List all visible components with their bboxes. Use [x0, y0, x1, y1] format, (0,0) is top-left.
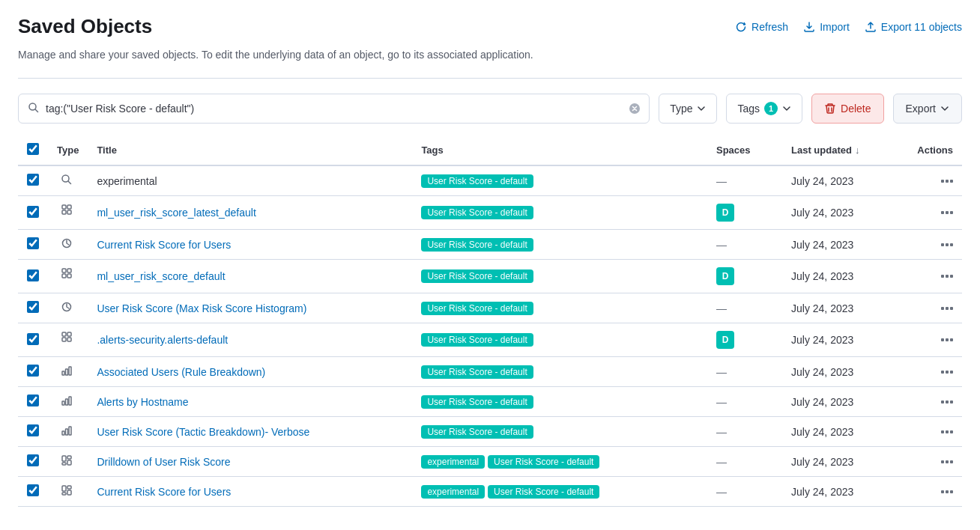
row-checkbox-cell: [18, 417, 48, 447]
svg-rect-31: [67, 486, 71, 489]
row-title-link[interactable]: Drilldown of User Risk Score: [97, 456, 230, 468]
row-title-link[interactable]: ml_user_risk_score_latest_default: [97, 207, 255, 219]
row-spaces: —: [707, 230, 782, 260]
table-row: Drilldown of User Risk Scoreexperimental…: [18, 447, 962, 477]
row-actions-button[interactable]: [911, 430, 953, 433]
row-type-icon: [48, 447, 85, 474]
delete-button[interactable]: Delete: [811, 94, 883, 124]
row-checkbox[interactable]: [27, 301, 39, 313]
row-title-link[interactable]: Alerts by Hostname: [97, 396, 188, 408]
row-tags: experimentalUser Risk Score - default: [412, 477, 707, 507]
row-title: Alerts by Hostname: [88, 387, 412, 417]
table-row: User Risk Score (Max Risk Score Histogra…: [18, 293, 962, 323]
svg-rect-10: [62, 274, 66, 278]
export-all-button[interactable]: Export 11 objects: [865, 21, 962, 33]
row-type-icon: [48, 166, 85, 193]
select-all-checkbox[interactable]: [27, 143, 39, 155]
row-checkbox[interactable]: [27, 484, 39, 496]
row-last-updated: July 24, 2023: [782, 417, 902, 447]
row-title: ml_user_risk_score_latest_default: [88, 196, 412, 230]
svg-rect-20: [62, 401, 64, 405]
row-title-link[interactable]: User Risk Score (Max Risk Score Histogra…: [97, 302, 306, 314]
import-button[interactable]: Import: [803, 21, 850, 33]
row-spaces: D: [707, 260, 782, 293]
row-last-updated: July 24, 2023: [782, 357, 902, 387]
row-type-icon: [48, 230, 85, 257]
row-title-link[interactable]: Associated Users (Rule Breakdown): [97, 366, 265, 378]
row-checkbox[interactable]: [27, 269, 39, 281]
row-title: Drilldown of User Risk Score: [88, 447, 412, 477]
row-actions-button[interactable]: [911, 275, 953, 278]
row-actions-button[interactable]: [911, 307, 953, 310]
no-space-indicator: —: [716, 366, 727, 378]
row-checkbox[interactable]: [27, 365, 39, 377]
row-checkbox[interactable]: [27, 454, 39, 466]
row-last-updated: July 24, 2023: [782, 477, 902, 507]
row-title: User Risk Score (Max Risk Score Histogra…: [88, 293, 412, 323]
row-spaces: D: [707, 323, 782, 357]
import-icon: [803, 21, 815, 33]
export-icon: [865, 21, 877, 33]
row-title-link[interactable]: ml_user_risk_score_default: [97, 270, 225, 282]
tags-column-header: Tags: [412, 135, 707, 165]
title-column-header: Title: [88, 135, 412, 165]
svg-rect-32: [62, 493, 66, 495]
svg-rect-9: [67, 269, 71, 272]
last-updated-column-header[interactable]: Last updated ↓: [782, 135, 902, 165]
table-row: Associated Users (Rule Breakdown)User Ri…: [18, 357, 962, 387]
svg-rect-23: [62, 431, 64, 435]
row-actions-button[interactable]: [911, 211, 953, 214]
refresh-button[interactable]: Refresh: [735, 21, 788, 33]
svg-rect-19: [69, 367, 71, 375]
table-row: experimentalUser Risk Score - default—Ju…: [18, 165, 962, 196]
row-type-icon: [48, 323, 85, 350]
row-actions-button[interactable]: [911, 490, 953, 493]
svg-rect-8: [62, 269, 66, 272]
row-checkbox[interactable]: [27, 237, 39, 249]
svg-rect-14: [67, 332, 71, 336]
tags-count-badge: 1: [764, 102, 778, 115]
row-tags: User Risk Score - default: [412, 387, 707, 417]
svg-rect-29: [67, 460, 71, 465]
search-clear-button[interactable]: [629, 103, 640, 114]
row-checkbox[interactable]: [27, 395, 39, 406]
page-header: Saved Objects Refresh Import: [18, 15, 962, 38]
row-spaces: —: [707, 477, 782, 507]
row-last-updated: July 24, 2023: [782, 293, 902, 323]
row-actions-button[interactable]: [911, 371, 953, 374]
row-title-link[interactable]: .alerts-security.alerts-default: [97, 334, 228, 346]
row-checkbox[interactable]: [27, 333, 39, 345]
row-last-updated: July 24, 2023: [782, 165, 902, 196]
row-checkbox[interactable]: [27, 206, 39, 218]
select-all-header: [18, 135, 48, 165]
row-tags: User Risk Score - default: [412, 293, 707, 323]
no-space-indicator: —: [716, 456, 727, 468]
row-actions-button[interactable]: [911, 338, 953, 341]
no-space-indicator: —: [716, 239, 727, 251]
row-actions-button[interactable]: [911, 400, 953, 403]
type-filter-button[interactable]: Type: [659, 94, 717, 124]
row-spaces: D: [707, 196, 782, 230]
tags-filter-button[interactable]: Tags 1: [726, 94, 802, 124]
row-actions: [902, 357, 962, 387]
table-row: ml_user_risk_score_defaultUser Risk Scor…: [18, 260, 962, 293]
row-actions-button[interactable]: [911, 460, 953, 463]
chevron-down-icon: [940, 104, 949, 113]
row-checkbox-cell: [18, 196, 48, 230]
space-avatar: D: [716, 204, 734, 222]
export-selected-button[interactable]: Export: [893, 94, 962, 124]
search-input[interactable]: [46, 103, 629, 115]
row-checkbox[interactable]: [27, 174, 39, 186]
row-actions-button[interactable]: [911, 180, 953, 183]
row-checkbox-cell: [18, 165, 48, 196]
tag-badge: User Risk Score - default: [488, 455, 599, 469]
svg-rect-26: [62, 456, 66, 461]
row-checkbox[interactable]: [27, 424, 39, 436]
row-title-link[interactable]: User Risk Score (Tactic Breakdown)- Verb…: [97, 426, 309, 438]
row-tags: User Risk Score - default: [412, 165, 707, 196]
row-title-link[interactable]: Current Risk Score for Users: [97, 239, 231, 251]
row-actions-button[interactable]: [911, 243, 953, 246]
row-title-link[interactable]: Current Risk Score for Users: [97, 486, 231, 498]
actions-column-header: Actions: [902, 135, 962, 165]
svg-rect-24: [66, 429, 68, 435]
